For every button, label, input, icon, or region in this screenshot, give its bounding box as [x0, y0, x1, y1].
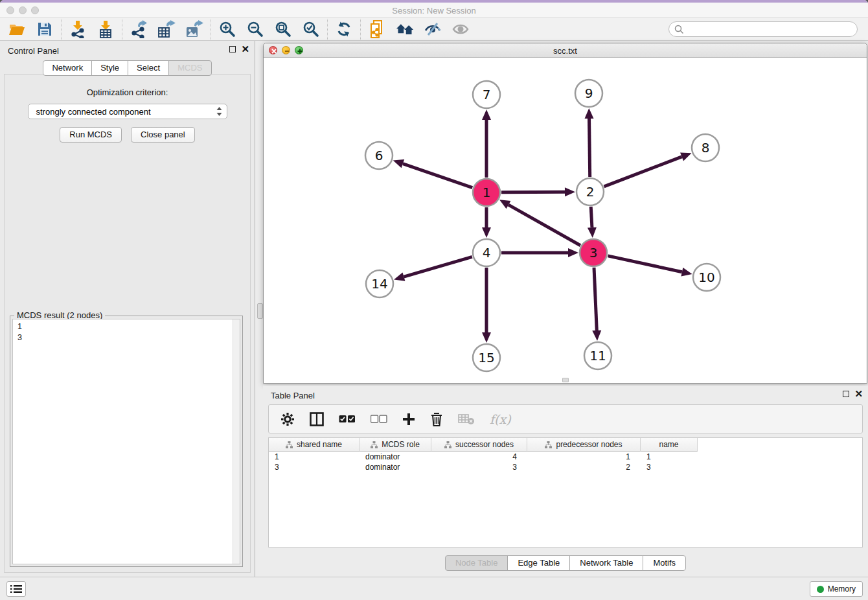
- graph-edge-1-2[interactable]: [501, 192, 565, 192]
- graph-edge-4-14[interactable]: [404, 257, 472, 277]
- search-input[interactable]: [687, 25, 852, 34]
- column-header-name[interactable]: name: [641, 438, 698, 452]
- column-header-predecessor-nodes[interactable]: predecessor nodes: [527, 438, 641, 452]
- show-column-panel-icon[interactable]: [310, 412, 324, 426]
- tab-select[interactable]: Select: [128, 60, 169, 76]
- table-panel: Table Panel ✕: [263, 386, 868, 574]
- column-header-mcds-role[interactable]: MCDS role: [360, 438, 431, 452]
- table-cell: 1: [527, 452, 641, 461]
- graph-edge-arrowhead: [588, 227, 597, 238]
- graph-edge-arrowhead: [565, 187, 575, 196]
- node-table: shared name MCDS role successor nodes pr…: [268, 437, 863, 548]
- import-table-icon[interactable]: [97, 19, 115, 39]
- memory-button[interactable]: Memory: [810, 581, 863, 597]
- graph-node-label: 6: [375, 148, 383, 163]
- optimization-criterion-label: Optimization criterion:: [5, 87, 250, 97]
- memory-label: Memory: [828, 584, 856, 594]
- open-session-icon[interactable]: [8, 19, 26, 39]
- toolbar-separator: [360, 19, 361, 40]
- network-window-titlebar[interactable]: scc.txt: [264, 43, 867, 58]
- graph-edge-arrowhead: [585, 108, 594, 119]
- toolbar-separator: [327, 19, 328, 40]
- control-panel-float-icon[interactable]: [229, 46, 236, 52]
- tab-mcds[interactable]: MCDS: [168, 60, 211, 76]
- tab-network[interactable]: Network: [43, 60, 92, 76]
- mcds-panel: Optimization criterion: strongly connect…: [4, 74, 251, 573]
- graph-edge-3-1[interactable]: [508, 205, 580, 246]
- app-window: Session: New Session: [0, 0, 868, 600]
- zoom-fit-icon[interactable]: [274, 19, 292, 39]
- control-panel-close-icon[interactable]: ✕: [241, 45, 249, 53]
- titlebar[interactable]: Session: New Session: [0, 3, 868, 18]
- column-header-shared-name[interactable]: shared name: [269, 438, 360, 452]
- zoom-out-icon[interactable]: [246, 19, 264, 39]
- table-panel-close-icon[interactable]: ✕: [854, 390, 863, 398]
- task-history-button[interactable]: [6, 581, 26, 597]
- table-row[interactable]: 1dominator411: [269, 452, 862, 462]
- memory-status-dot: [817, 586, 824, 593]
- graph-edge-3-11[interactable]: [594, 268, 597, 330]
- table-cell: 3: [269, 463, 360, 472]
- graph-edge-arrowhead: [680, 152, 691, 161]
- toolbar-separator: [211, 19, 211, 40]
- mcds-result-scrollbar[interactable]: [233, 319, 240, 564]
- save-session-icon[interactable]: [36, 19, 54, 39]
- create-column-icon[interactable]: [402, 413, 415, 426]
- toolbar-separator: [61, 19, 62, 40]
- clone-network-icon[interactable]: [368, 19, 386, 39]
- graph-edge-3-10[interactable]: [608, 256, 681, 272]
- network-resize-handle[interactable]: [562, 378, 569, 382]
- table-settings-gear-icon[interactable]: [280, 412, 295, 426]
- tab-style[interactable]: Style: [91, 60, 128, 76]
- panel-divider-handle[interactable]: [257, 303, 263, 319]
- graph-edge-2-3[interactable]: [591, 207, 592, 227]
- hide-visual-icon[interactable]: [424, 19, 442, 39]
- export-image-icon[interactable]: [185, 19, 203, 39]
- graph-edge-1-6[interactable]: [403, 164, 472, 188]
- network-window-title: scc.txt: [264, 46, 867, 56]
- refresh-icon[interactable]: [335, 19, 353, 39]
- node-table-header: shared name MCDS role successor nodes pr…: [269, 438, 862, 452]
- table-panel-title: Table Panel: [271, 391, 315, 400]
- tab-node-table[interactable]: Node Table: [445, 555, 508, 571]
- column-tree-icon: [444, 441, 451, 448]
- graph-edge-2-8[interactable]: [604, 157, 681, 187]
- graph-edge-2-9[interactable]: [589, 119, 590, 177]
- network-canvas[interactable]: 7968124314101511: [264, 58, 867, 383]
- close-panel-button[interactable]: Close panel: [131, 127, 195, 143]
- deselect-all-columns-icon[interactable]: [371, 415, 387, 423]
- import-network-icon[interactable]: [69, 19, 87, 39]
- run-mcds-button[interactable]: Run MCDS: [60, 127, 122, 143]
- function-builder-icon-disabled: f(x): [490, 412, 511, 426]
- graph-node-label: 9: [585, 86, 593, 101]
- search-box[interactable]: [668, 21, 858, 37]
- tab-network-table[interactable]: Network Table: [569, 555, 643, 571]
- table-row[interactable]: 3dominator323: [269, 462, 862, 472]
- control-panel: Control Panel ✕ Network Style Select MCD…: [0, 41, 255, 577]
- optimization-criterion-select[interactable]: strongly connected component: [28, 104, 227, 119]
- select-all-columns-icon[interactable]: [339, 415, 356, 423]
- graph-edge-arrowhead: [482, 110, 491, 120]
- column-header-successor-nodes[interactable]: successor nodes: [431, 438, 527, 452]
- chevron-up-down-icon: [216, 106, 223, 117]
- table-toolbar: f(x): [268, 404, 863, 433]
- table-panel-float-icon[interactable]: [843, 391, 849, 397]
- zoom-in-icon[interactable]: [218, 19, 236, 39]
- table-cell: 1: [269, 452, 360, 461]
- tab-edge-table[interactable]: Edge Table: [507, 555, 570, 571]
- delete-column-icon[interactable]: [430, 412, 443, 426]
- mcds-result-area[interactable]: 1 3: [12, 319, 240, 564]
- toolbar-separator: [122, 19, 122, 40]
- export-network-icon[interactable]: [130, 19, 148, 39]
- graph-edge-arrowhead: [681, 268, 692, 277]
- graph-node-label: 15: [478, 350, 494, 365]
- graph-node-label: 1: [483, 185, 491, 200]
- table-panel-tabs: Node Table Edge Table Network Table Moti…: [263, 555, 868, 571]
- zoom-selected-icon[interactable]: [302, 19, 320, 39]
- tab-motifs[interactable]: Motifs: [643, 555, 686, 571]
- export-table-icon[interactable]: [157, 19, 176, 39]
- table-cell: dominator: [360, 463, 431, 472]
- home-networks-icon[interactable]: [396, 19, 414, 39]
- graph-node-label: 8: [702, 140, 710, 156]
- mcds-result-group: MCDS result (2 nodes) 1 3: [10, 316, 243, 567]
